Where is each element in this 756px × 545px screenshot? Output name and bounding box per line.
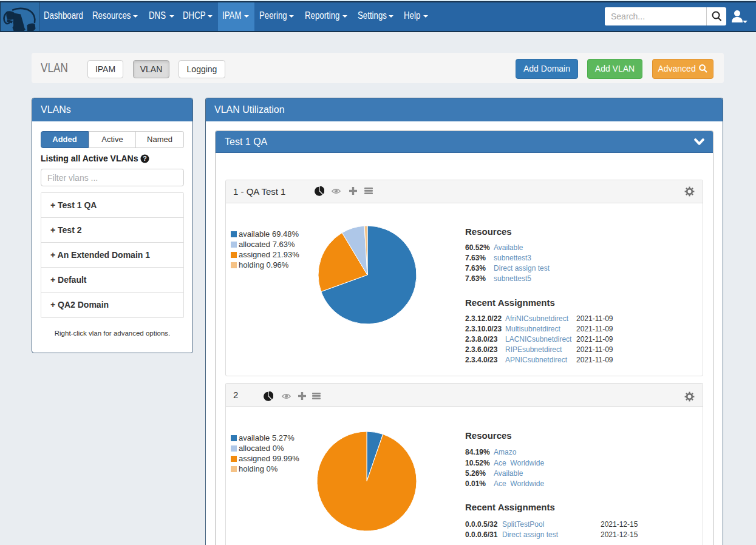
svg-text:?: ? [143,155,147,162]
